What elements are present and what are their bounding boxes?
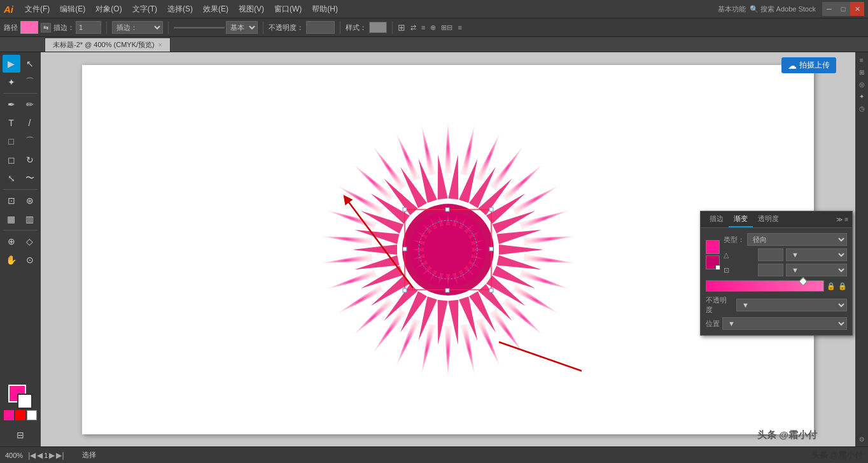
gradient-color-1[interactable]: [706, 240, 720, 254]
gradient-thumb[interactable]: [799, 277, 808, 286]
column-graph-tool[interactable]: ▦: [3, 210, 20, 228]
search-stock[interactable]: 🔍 搜索 Adobe Stock: [750, 4, 816, 14]
gradient-color-2[interactable]: [706, 255, 720, 269]
svg-marker-15: [444, 326, 452, 377]
pencil-tool[interactable]: ✏: [21, 96, 39, 113]
next-page-btn[interactable]: ▶: [49, 451, 55, 460]
pen-tool[interactable]: ✒: [3, 96, 20, 113]
page-number: 1: [44, 452, 48, 459]
swatch-pink[interactable]: [4, 410, 14, 420]
right-panel-btn-5[interactable]: ◷: [857, 103, 867, 113]
menu-help[interactable]: 帮助(H): [307, 3, 343, 16]
right-panel-btn-6[interactable]: ⊙: [857, 434, 867, 444]
restore-button[interactable]: □: [836, 2, 850, 16]
artboard-tool[interactable]: ⊕: [3, 232, 20, 250]
bar-graph-tool[interactable]: ▥: [21, 210, 39, 228]
position-select[interactable]: ▼: [722, 317, 847, 330]
first-page-btn[interactable]: |◀: [28, 451, 36, 460]
scale-tool[interactable]: ⤡: [3, 169, 20, 187]
right-panel-btn-3[interactable]: ◎: [857, 79, 867, 89]
selection-tool[interactable]: ▶: [3, 55, 20, 73]
panel-expand-icon[interactable]: ≫ ≡: [836, 216, 848, 223]
last-page-btn[interactable]: ▶|: [56, 451, 64, 460]
aspect-select[interactable]: ▼: [786, 264, 847, 276]
zoom-tool[interactable]: ⊙: [21, 251, 39, 269]
type-label: 类型：: [724, 235, 745, 245]
stroke-arrow[interactable]: ⇆: [41, 23, 51, 32]
svg-marker-2: [475, 131, 503, 181]
right-panel-btn-1[interactable]: ≡: [857, 55, 867, 65]
gradient-panel-tabs: 描边 渐变 透明度 ≫ ≡: [701, 211, 852, 228]
svg-marker-7: [524, 232, 575, 245]
lasso-tool[interactable]: ⌒: [21, 73, 39, 91]
line-tool[interactable]: /: [21, 114, 39, 132]
brush-select[interactable]: 插边：: [112, 21, 163, 34]
tab-close-btn[interactable]: ×: [158, 41, 162, 48]
type-tool[interactable]: T: [3, 114, 20, 132]
shape-tools-row: □ ⌒: [3, 132, 39, 150]
right-panel-btn-2[interactable]: ⊞: [857, 67, 867, 77]
menu-object[interactable]: 对象(O): [90, 3, 127, 16]
menubar: Ai 文件(F) 编辑(E) 对象(O) 文字(T) 选择(S) 效果(E) 视…: [0, 0, 868, 18]
pathfinder-icon[interactable]: ⊕: [430, 24, 436, 32]
right-panel-btn-4[interactable]: ✦: [857, 91, 867, 101]
stroke-tab[interactable]: 描边: [704, 211, 729, 227]
angle-select[interactable]: ▼: [786, 248, 847, 261]
menu-view[interactable]: 视图(V): [234, 3, 269, 16]
align-icon[interactable]: ≡: [421, 24, 425, 31]
opacity-select[interactable]: ▼: [736, 299, 847, 311]
more-icon[interactable]: ≡: [458, 24, 461, 31]
rotate-tool[interactable]: ↻: [21, 151, 39, 169]
angle-input[interactable]: 0°: [758, 248, 783, 261]
grid-icon[interactable]: ⊞: [398, 22, 405, 32]
transparency-tab[interactable]: 透明度: [753, 211, 784, 227]
extra-tools-row: ⊟: [11, 426, 29, 444]
svg-marker-52: [353, 245, 397, 255]
gradient-type-select[interactable]: 径向: [747, 233, 847, 246]
warp-tool[interactable]: 〜: [21, 169, 39, 187]
menu-file[interactable]: 文件(F): [20, 3, 55, 16]
gradient-panel: 描边 渐变 透明度 ≫ ≡ 类型： 径向 △: [700, 211, 853, 336]
swatch-red[interactable]: [15, 410, 25, 420]
menu-type[interactable]: 文字(T): [127, 3, 162, 16]
puppet-warp-tool[interactable]: ⊛: [21, 192, 39, 210]
opacity-label: 不透明度: [706, 296, 731, 315]
svg-rect-88: [403, 208, 407, 211]
fill-color-btn[interactable]: [20, 21, 38, 34]
menu-effect[interactable]: 效果(E): [198, 3, 234, 16]
opacity-input[interactable]: 100%: [306, 21, 335, 34]
swatch-white[interactable]: [27, 410, 37, 420]
rect-grid-tool[interactable]: ⊟: [11, 426, 29, 444]
direct-selection-tool[interactable]: ↖: [21, 55, 39, 73]
paintbrush-tool[interactable]: ⌒: [21, 132, 39, 150]
menu-window[interactable]: 窗口(W): [269, 3, 307, 16]
stock-upload-button[interactable]: ☁ 拍摄上传: [781, 57, 836, 73]
lock-right-icon[interactable]: 🔒: [838, 282, 847, 290]
minimize-button[interactable]: ─: [822, 2, 836, 16]
close-button[interactable]: ✕: [850, 2, 864, 16]
dash-select[interactable]: 基本: [226, 21, 258, 34]
main-color-swatch[interactable]: [8, 385, 32, 409]
style-swatch: [369, 22, 387, 33]
stroke-width-input[interactable]: [76, 21, 101, 34]
aspect-input[interactable]: 100%: [758, 264, 783, 276]
background-color[interactable]: [17, 394, 32, 409]
transform-icon[interactable]: ⇄: [410, 24, 416, 32]
free-transform-tool[interactable]: ⊡: [3, 192, 20, 210]
gradient-bar[interactable]: [706, 280, 824, 292]
svg-rect-91: [489, 288, 493, 292]
hand-tool[interactable]: ✋: [3, 251, 20, 269]
lock-left-icon[interactable]: 🔒: [827, 282, 836, 290]
position-label: 位置: [706, 319, 720, 329]
menu-edit[interactable]: 编辑(E): [55, 3, 90, 16]
document-tab[interactable]: 未标题-2* @ 400% (CMYK/预览) ×: [45, 38, 171, 52]
menu-select[interactable]: 选择(S): [162, 3, 198, 16]
eraser-tool[interactable]: ◻: [3, 151, 20, 169]
magic-wand-tool[interactable]: ✦: [3, 73, 20, 91]
rectangle-tool[interactable]: □: [3, 132, 20, 150]
arrange-icon[interactable]: ⊞⊟: [441, 24, 452, 32]
prev-page-btn[interactable]: ◀: [37, 451, 43, 460]
slice-tool[interactable]: ◇: [21, 232, 39, 250]
gradient-tab[interactable]: 渐变: [729, 211, 753, 227]
artwork-svg: [314, 116, 582, 383]
